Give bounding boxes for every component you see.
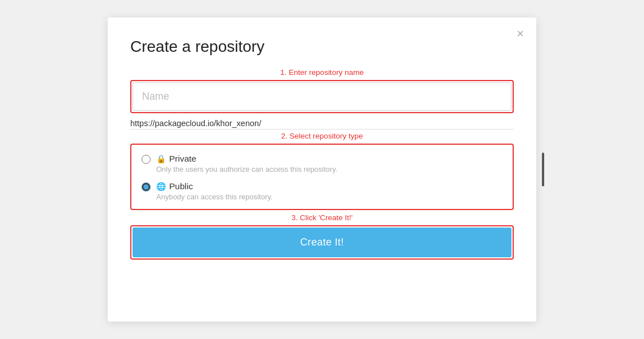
divider — [130, 129, 514, 130]
globe-icon: 🌐 — [156, 182, 166, 191]
public-option: 🌐 Public Anybody can access this reposit… — [142, 181, 502, 201]
repository-name-input[interactable] — [133, 82, 511, 111]
public-label[interactable]: 🌐 Public — [156, 181, 272, 191]
private-label[interactable]: 🔒 Private — [156, 154, 337, 164]
lock-icon: 🔒 — [156, 154, 166, 163]
repo-type-section: 2. Select repository type 🔒 Private Only… — [130, 132, 514, 210]
private-description: Only the users you authorize can access … — [156, 165, 337, 173]
name-section: 1. Enter repository name — [130, 68, 514, 113]
repo-type-box: 🔒 Private Only the users you authorize c… — [130, 144, 514, 210]
public-description: Anybody can access this repository. — [156, 193, 272, 201]
scrollbar — [542, 153, 544, 186]
modal-title: Create a repository — [130, 38, 514, 56]
public-radio[interactable] — [142, 182, 151, 191]
create-button-wrapper: Create It! — [130, 225, 514, 260]
repository-url: https://packagecloud.io/khor_xenon/ — [130, 119, 514, 128]
step1-label: 1. Enter repository name — [130, 68, 514, 77]
create-button[interactable]: Create It! — [133, 228, 511, 257]
public-option-content: 🌐 Public Anybody can access this reposit… — [156, 181, 272, 201]
step3-label: 3. Click 'Create It!' — [130, 213, 514, 222]
private-option-content: 🔒 Private Only the users you authorize c… — [156, 154, 337, 173]
private-option: 🔒 Private Only the users you authorize c… — [142, 154, 502, 173]
modal-dialog: × Create a repository 1. Enter repositor… — [108, 17, 536, 322]
name-input-wrapper — [130, 80, 514, 113]
step2-label: 2. Select repository type — [130, 132, 514, 140]
private-radio[interactable] — [142, 155, 151, 164]
close-button[interactable]: × — [517, 28, 524, 40]
